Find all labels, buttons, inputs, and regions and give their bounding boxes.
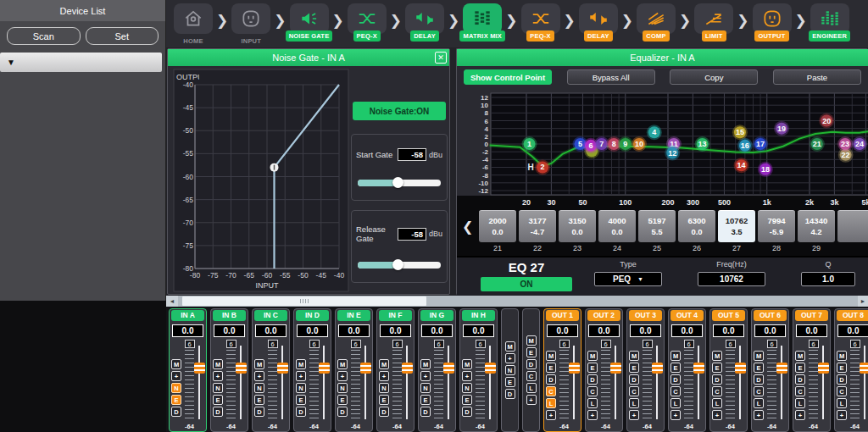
channel-gain-value[interactable]: 0.0 [837,324,868,337]
channel-strip-in-c[interactable]: IN C 0.0 M+NED 6 -64 [252,308,290,432]
channel-button-+[interactable]: + [587,410,598,420]
channel-gain-value[interactable]: 0.0 [588,324,620,337]
paste-button[interactable]: Paste [773,69,861,85]
master-button-M[interactable]: M [505,341,515,352]
fader-thumb[interactable] [735,363,746,374]
channel-gain-value[interactable]: 0.0 [380,324,411,337]
channel-button-N[interactable]: N [254,383,264,393]
channel-gain-value[interactable]: 0.0 [172,324,203,337]
channel-button-L[interactable]: L [837,398,847,408]
fader-track[interactable] [822,346,824,419]
channel-button-+[interactable]: + [837,410,847,420]
eq-point-2[interactable]: 2 [535,159,550,174]
fader-thumb[interactable] [319,363,330,374]
noise-gate-window-title[interactable]: Noise Gate - IN A ✕ [168,49,449,66]
master-button-N[interactable]: N [505,365,515,375]
channel-button-E[interactable]: E [337,395,348,405]
eq-point-15[interactable]: 15 [732,125,748,140]
channel-strip-in-e[interactable]: IN E 0.0 M+NED 6 -64 [335,308,373,432]
channel-button-+[interactable]: + [712,410,722,420]
channel-gain-value[interactable]: 0.0 [255,324,287,337]
master-button-L[interactable]: L [526,383,537,393]
channel-button-+[interactable]: + [462,371,472,381]
master-button-+[interactable]: + [526,395,537,405]
channel-button-E[interactable]: E [420,395,431,405]
channel-gain-value[interactable]: 0.0 [796,324,827,337]
channel-button-M[interactable]: M [587,351,598,361]
bypass-all-button[interactable]: Bypass All [567,69,655,85]
fader-track[interactable] [615,346,616,419]
start-gate-value[interactable]: -58 [398,148,426,161]
band-button-28[interactable]: 7994-5.9 [758,210,795,242]
fader-track[interactable] [323,346,325,419]
channel-button-D[interactable]: D [296,407,306,417]
toolbar-item-input[interactable]: INPUT [229,3,273,47]
fader-thumb[interactable] [485,363,496,374]
eq-point-23[interactable]: 23 [837,136,853,152]
channel-button-C[interactable]: C [754,386,764,396]
channel-button-E[interactable]: E [379,395,389,405]
channel-button-C[interactable]: C [837,386,847,396]
eq-point-24[interactable]: 24 [852,136,867,152]
channel-button-D[interactable]: D [546,374,556,385]
eq-point-17[interactable]: 17 [753,136,768,152]
channel-button-D[interactable]: D [754,374,764,385]
channel-label[interactable]: IN E [337,310,370,321]
channel-gain-value[interactable]: 0.0 [630,324,661,337]
master-button-C[interactable]: C [526,371,537,381]
band-button-26[interactable]: 63000.0 [678,210,715,242]
channel-label[interactable]: OUT 4 [670,310,704,321]
start-gate-slider[interactable] [358,180,441,186]
channel-button-D[interactable]: D [629,374,639,385]
channel-label[interactable]: OUT 5 [712,310,745,321]
channel-button-L[interactable]: L [670,398,681,408]
channel-button-M[interactable]: M [629,351,639,361]
release-gate-slider[interactable] [358,262,441,269]
fader-track[interactable] [739,346,741,419]
channel-strip-out-2[interactable]: OUT 2 0.0 MEDCL+ 6 -64 [585,308,623,432]
channel-button-C[interactable]: C [795,386,805,396]
scroll-right-icon[interactable]: ► [858,296,868,307]
channel-button-+[interactable]: + [629,410,639,420]
channel-button-L[interactable]: L [712,398,722,408]
channel-label[interactable]: IN B [213,310,246,321]
channel-label[interactable]: IN G [420,310,453,321]
fader-thumb[interactable] [236,363,247,374]
fader-thumb[interactable] [402,363,413,374]
scrollbar-thumb[interactable] [182,296,426,306]
fader-thumb[interactable] [652,363,663,374]
channel-button-+[interactable]: + [379,371,389,381]
channel-strip-out-5[interactable]: OUT 5 0.0 MEDCL+ 6 -64 [709,308,748,432]
toolbar-item-noise-gate[interactable]: NOISE GATE [287,3,331,42]
channel-button-D[interactable]: D [420,407,431,417]
band-button-25[interactable]: 51975.5 [638,210,676,242]
master-button-+[interactable]: + [505,353,515,363]
channel-button-D[interactable]: D [712,374,722,385]
channel-button-C[interactable]: C [629,386,639,396]
channel-button-L[interactable]: L [546,398,556,408]
fader-thumb[interactable] [693,363,704,374]
channel-button-L[interactable]: L [629,398,639,408]
channel-button-+[interactable]: + [213,371,223,381]
fader-track[interactable] [240,346,242,419]
eq-point-10[interactable]: 10 [632,136,647,152]
release-gate-value[interactable]: -58 [398,228,426,241]
channel-button-L[interactable]: L [795,398,805,408]
band-button-23[interactable]: 31500.0 [559,210,596,242]
channel-button-N[interactable]: N [379,383,389,393]
eq-on-button[interactable]: ON [481,277,572,291]
fader-thumb[interactable] [194,363,205,374]
channel-button-M[interactable]: M [837,351,847,361]
master-button-M[interactable]: M [526,335,537,346]
start-gate-slider-thumb[interactable] [392,177,403,188]
eq-point-20[interactable]: 20 [819,114,834,129]
channel-label[interactable]: IN A [171,310,204,321]
channel-strip-out-7[interactable]: OUT 7 0.0 MEDCL+ 6 -64 [793,308,831,432]
channel-strip-in-d[interactable]: IN D 0.0 M+NED 6 -64 [293,308,331,432]
fader-track[interactable] [198,346,200,419]
equalizer-window-title[interactable]: Equalizer - IN A [457,49,868,66]
fader-thumb[interactable] [360,363,371,374]
channel-button-M[interactable]: M [420,359,431,369]
channel-label[interactable]: OUT 6 [754,310,787,321]
master-button-E[interactable]: E [526,347,537,357]
